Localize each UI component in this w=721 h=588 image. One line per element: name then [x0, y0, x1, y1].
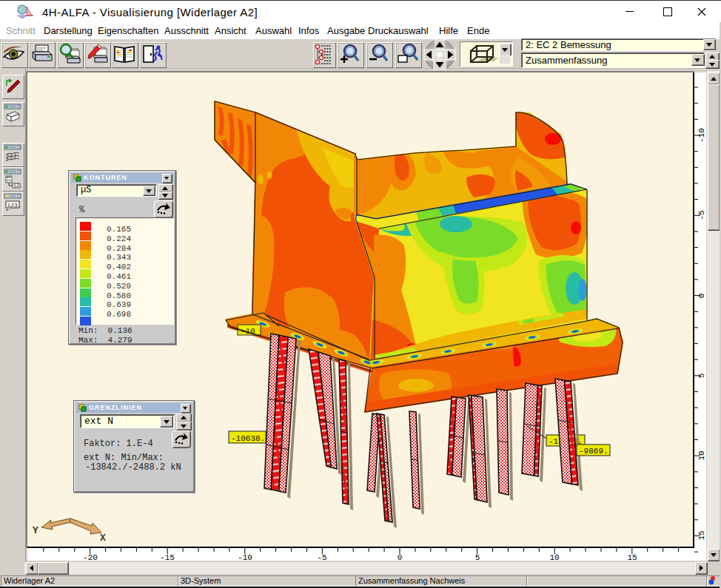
svg-text:X: X [100, 533, 106, 544]
svg-text:21.: 21. [6, 172, 12, 182]
svg-text:12.: 12. [13, 183, 22, 189]
svg-text:-10638.: -10638. [231, 434, 265, 443]
svg-text:123.: 123. [7, 202, 21, 209]
svg-text:Y: Y [33, 525, 38, 536]
svg-text:-9869.: -9869. [579, 447, 608, 456]
